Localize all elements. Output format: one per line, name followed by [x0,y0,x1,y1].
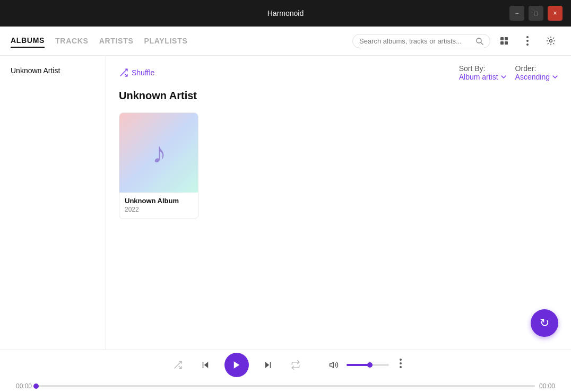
settings-button[interactable] [541,31,560,50]
svg-point-6 [526,36,529,38]
svg-point-21 [400,362,402,364]
artist-title: Unknown Artist [119,90,558,102]
svg-point-22 [400,366,402,368]
search-icon [475,37,483,45]
player-bottom-row: 00:00 00:00 [11,382,560,390]
minimize-button[interactable]: − [509,6,524,21]
refresh-fab[interactable]: ↻ [531,309,558,337]
svg-point-7 [526,40,529,42]
sort-by-label: Sort By: Album artist [459,64,507,81]
player-more-button[interactable] [400,359,402,371]
volume-section [325,356,389,373]
repeat-icon [291,360,300,370]
album-year: 2022 [125,206,193,213]
music-note-icon: ♪ [152,136,167,169]
next-icon [263,360,273,370]
time-start: 00:00 [11,382,32,390]
shuffle-player-icon [173,360,183,370]
time-end: 00:00 [539,382,560,390]
tab-tracks[interactable]: TRACKS [55,34,89,47]
player-bar: 00:00 00:00 [0,350,571,392]
album-card[interactable]: ♪ Unknown Album 2022 [119,112,198,219]
albums-grid: ♪ Unknown Album 2022 [119,112,558,219]
player-more-icon [400,359,402,368]
svg-rect-18 [270,362,271,368]
svg-rect-3 [505,37,508,40]
album-info: Unknown Album 2022 [119,193,198,219]
titlebar: Harmonoid − □ × [0,0,571,27]
navbar: ALBUMS TRACKS ARTISTS PLAYLISTS [0,27,571,56]
search-area [352,31,560,50]
volume-track[interactable] [347,364,389,366]
svg-point-8 [526,43,529,46]
order-chevron-icon [552,74,558,80]
tab-artists[interactable]: ARTISTS [99,34,134,47]
svg-line-1 [481,42,483,45]
progress-dot [33,384,39,389]
window-controls: − □ × [509,6,563,21]
more-vert-icon [526,36,529,46]
close-button[interactable]: × [548,6,563,21]
search-input[interactable] [359,37,472,45]
volume-icon [329,360,339,370]
sort-order: Sort By: Album artist Order: Ascending [459,64,558,81]
maximize-button[interactable]: □ [529,6,543,21]
volume-dot [367,362,373,368]
progress-track[interactable] [36,385,535,387]
settings-icon [546,36,556,46]
search-icon-button[interactable] [475,37,483,45]
repeat-button[interactable] [287,356,304,373]
volume-button[interactable] [325,356,342,373]
main-content: Shuffle Sort By: Album artist Order: [106,56,571,350]
shuffle-button[interactable]: Shuffle [119,68,154,77]
volume-fill [347,364,370,366]
player-controls [11,353,560,377]
svg-point-20 [400,359,402,361]
shuffle-icon [119,68,128,77]
app-title: Harmonoid [267,9,304,18]
svg-marker-16 [234,361,240,369]
album-name: Unknown Album [125,197,193,205]
next-button[interactable] [259,356,276,373]
library-icon-button[interactable] [495,31,514,50]
svg-rect-5 [505,41,508,45]
library-icon [499,36,509,46]
tab-playlists[interactable]: PLAYLISTS [144,34,187,47]
app-container: ALBUMS TRACKS ARTISTS PLAYLISTS [0,27,571,392]
album-art: ♪ [119,113,198,193]
sidebar: Unknown Artist [0,56,106,350]
sidebar-item-unknown-artist[interactable]: Unknown Artist [0,62,106,79]
sort-by-select[interactable]: Album artist [459,73,507,81]
play-button[interactable] [224,353,249,377]
svg-point-9 [550,40,552,42]
prev-button[interactable] [197,356,214,373]
svg-marker-14 [204,362,209,368]
tab-albums[interactable]: ALBUMS [11,34,45,48]
svg-marker-17 [265,362,270,368]
svg-marker-19 [330,362,334,368]
play-icon [232,360,241,370]
svg-rect-15 [203,362,204,368]
refresh-icon: ↻ [540,316,549,330]
shuffle-player-button[interactable] [169,356,186,373]
nav-tabs: ALBUMS TRACKS ARTISTS PLAYLISTS [11,34,352,48]
sort-chevron-icon [500,74,507,80]
svg-rect-4 [500,41,504,45]
order-select[interactable]: Ascending [515,73,558,81]
more-options-button[interactable] [518,31,537,50]
svg-rect-2 [500,37,504,40]
order-label: Order: Ascending [515,64,558,81]
prev-icon [201,360,210,370]
search-box [352,34,490,48]
content-header: Shuffle Sort By: Album artist Order: [119,64,558,81]
content-area: Unknown Artist Shuffle Sort By: [0,56,571,350]
